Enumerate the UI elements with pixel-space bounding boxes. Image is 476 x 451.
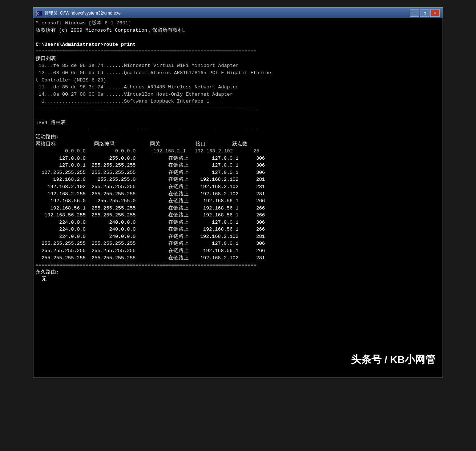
line-copyright: 版权所有 (c) 2009 Microsoft Corporation，保留所有… [36, 27, 440, 34]
route-3: 127.0.0.1 255.255.255.255 在链路上 127.0.0.1… [36, 162, 440, 169]
col-headers: 网络目标 网络掩码 网关 接口 跃点数 [36, 141, 440, 148]
route-1: 0.0.0.0 0.0.0.0 192.168.2.1 192.168.2.10… [36, 148, 440, 155]
section-interfaces: 接口列表 [36, 55, 440, 63]
separator-2: ========================================… [36, 105, 440, 112]
line-command: C:\Users\Administrator>route print [36, 41, 440, 48]
separator-3: ========================================… [36, 126, 440, 133]
route-11: 224.0.0.0 240.0.0.0 在链路上 127.0.0.1 306 [36, 219, 440, 226]
persistent-routes-label: 永久路由: [36, 269, 440, 276]
route-8: 192.168.56.0 255.255.255.0 在链路上 192.168.… [36, 197, 440, 205]
iface-line-1: 13...fe 85 de 96 3e 74 ......Microsoft V… [36, 62, 440, 69]
window-title: 管理员: C:\Windows\system32\cmd.exe [44, 10, 121, 16]
title-bar-left: C: 管理员: C:\Windows\system32\cmd.exe [36, 10, 121, 16]
section-ipv4: IPv4 路由表 [36, 119, 440, 127]
active-routes-label: 活动路由: [36, 133, 440, 141]
route-15: 255.255.255.255 255.255.255.255 在链路上 192… [36, 247, 440, 255]
title-bar-buttons: ─ ❐ ✕ [410, 9, 440, 17]
route-5: 192.168.2.0 255.255.255.0 在链路上 192.168.2… [36, 176, 440, 183]
title-bar: C: 管理员: C:\Windows\system32\cmd.exe ─ ❐ … [33, 8, 443, 18]
svg-text:C:: C: [37, 12, 41, 16]
separator-4: ========================================… [36, 262, 440, 269]
minimize-button[interactable]: ─ [410, 9, 419, 17]
iface-line-3: 11...dc 85 de 96 3e 74 ......Atheros AR9… [36, 84, 440, 91]
route-4: 127.255.255.255 255.255.255.255 在链路上 127… [36, 169, 440, 176]
iface-line-2b: t Controller (NDIS 6.20) [36, 77, 440, 84]
watermark-text: 头条号 / KB小网管 [351, 353, 435, 367]
iface-line-5: 1...........................Software Loo… [36, 98, 440, 105]
route-13: 224.0.0.0 240.0.0.0 在链路上 192.168.2.102 2… [36, 233, 440, 240]
no-routes: 无 [36, 276, 440, 283]
separator-1: ========================================… [36, 48, 440, 55]
iface-line-2: 12...08 60 6e 0b ba fd ......Qualcomm At… [36, 69, 440, 77]
cmd-icon: C: [36, 10, 42, 16]
route-2: 127.0.0.0 255.0.0.0 在链路上 127.0.0.1 306 [36, 155, 440, 162]
route-6: 192.168.2.102 255.255.255.255 在链路上 192.1… [36, 183, 440, 191]
line-windows-version: Microsoft Windows [版本 6.1.7601] [36, 20, 440, 27]
cmd-window: C: 管理员: C:\Windows\system32\cmd.exe ─ ❐ … [33, 7, 443, 378]
line-blank-1 [36, 34, 440, 41]
close-button[interactable]: ✕ [430, 9, 440, 17]
route-14: 255.255.255.255 255.255.255.255 在链路上 127… [36, 240, 440, 247]
route-12: 224.0.0.0 240.0.0.0 在链路上 192.168.56.1 26… [36, 226, 440, 233]
iface-line-4: 14...0a 00 27 00 00 0e ......VirtualBox … [36, 91, 440, 98]
route-10: 192.168.56.255 255.255.255.255 在链路上 192.… [36, 212, 440, 219]
route-7: 192.168.2.255 255.255.255.255 在链路上 192.1… [36, 191, 440, 198]
restore-button[interactable]: ❐ [420, 9, 429, 17]
line-blank-2 [36, 112, 440, 119]
route-9: 192.168.56.1 255.255.255.255 在链路上 192.16… [36, 205, 440, 212]
terminal-content[interactable]: Microsoft Windows [版本 6.1.7601] 版权所有 (c)… [33, 18, 443, 378]
route-16: 255.255.255.255 255.255.255.255 在链路上 192… [36, 255, 440, 262]
